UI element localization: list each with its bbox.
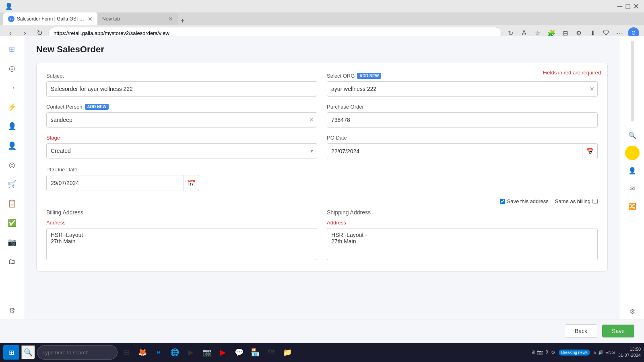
- taskbar-camera[interactable]: 📷: [200, 345, 214, 360]
- sidebar-item-person[interactable]: 👤: [4, 118, 20, 134]
- sidebar-item-orders[interactable]: ◎: [4, 60, 20, 76]
- title-bar: 👤 ─ □ ✕: [0, 0, 644, 12]
- save-button[interactable]: Save: [602, 325, 634, 337]
- page-title: New SalesOrder: [36, 44, 608, 55]
- form-row-4: PO Due Date 📅: [46, 167, 598, 191]
- form-row-3: Stage Created Processing Completed ▾ PO …: [46, 135, 598, 159]
- scrollbar-indicator: [631, 41, 634, 121]
- billing-address-title: Billing Address: [46, 209, 317, 216]
- tab-active-label: Salesorder Form | Galla GST - Inv...: [17, 16, 85, 22]
- save-address-checkbox[interactable]: [500, 199, 505, 204]
- save-address-label[interactable]: Save this address: [500, 198, 549, 204]
- tab-new-close-button[interactable]: ✕: [168, 16, 173, 22]
- same-as-billing-label[interactable]: Same as billing: [555, 198, 598, 204]
- tray-arrow: ∧: [593, 350, 597, 355]
- billing-address-label: Address: [46, 220, 317, 226]
- spacer-group: [327, 167, 598, 191]
- taskbar-file-manager[interactable]: 📁: [280, 345, 295, 360]
- right-mail-icon[interactable]: ✉: [625, 181, 640, 195]
- tab-favicon: G: [8, 16, 14, 22]
- taskbar-internet-explorer[interactable]: 🌐: [167, 345, 182, 360]
- contact-person-input[interactable]: [46, 112, 317, 128]
- sidebar-item-lightning[interactable]: ⚡: [4, 99, 20, 115]
- sidebar-item-settings[interactable]: ⚙: [4, 302, 20, 319]
- right-sync-icon[interactable]: 🔀: [625, 199, 640, 213]
- sidebar-item-check[interactable]: ✅: [4, 215, 20, 231]
- taskbar-system-icons: 🖥 📷 🎙 ⚙: [530, 350, 555, 355]
- contact-person-clear-button[interactable]: ✕: [309, 117, 314, 123]
- app-layout: ⊞ ◎ → ⚡ 👤 👤 ◎ 🛒 📋 ✅ 📷 🗂 ⚙ New SalesOrder…: [0, 36, 644, 323]
- po-due-date-label: PO Due Date: [46, 167, 317, 173]
- taskbar-firefox[interactable]: 🦊: [135, 345, 150, 360]
- close-button[interactable]: ✕: [633, 3, 639, 10]
- po-date-calendar-button[interactable]: 📅: [582, 144, 597, 159]
- contact-person-group: Contact Person ADD NEW ✕: [46, 104, 317, 128]
- maximize-button[interactable]: □: [625, 3, 631, 10]
- sidebar-item-circle[interactable]: ◎: [4, 157, 20, 173]
- new-tab-button[interactable]: +: [178, 17, 187, 25]
- contact-person-input-wrapper: ✕: [46, 112, 317, 128]
- taskbar-search-button[interactable]: 🔍: [21, 345, 35, 360]
- sidebar-item-person2[interactable]: 👤: [4, 138, 20, 154]
- po-date-input-wrapper: 📅: [327, 143, 598, 159]
- sidebar-item-arrow[interactable]: →: [4, 80, 20, 96]
- taskbar-system-tray: ∧ 🔊 ENG: [593, 350, 615, 355]
- subject-input[interactable]: [46, 81, 317, 97]
- select-org-input[interactable]: [327, 81, 598, 97]
- form-card: Fields in red are required Subject Selec…: [36, 63, 608, 272]
- select-org-input-wrapper: ✕: [327, 81, 598, 97]
- po-date-input[interactable]: [327, 144, 582, 159]
- billing-address-textarea[interactable]: HSR -Layout - 27th Main: [46, 228, 317, 260]
- po-due-date-input[interactable]: [47, 175, 184, 191]
- taskbar-skype[interactable]: 💬: [232, 345, 246, 360]
- tab-close-button[interactable]: ✕: [88, 16, 93, 22]
- back-button[interactable]: Back: [565, 324, 597, 338]
- stage-select[interactable]: Created Processing Completed: [46, 143, 317, 158]
- po-due-date-calendar-button[interactable]: 📅: [184, 175, 199, 191]
- fields-required-note: Fields in red are required: [543, 70, 601, 76]
- yellow-circle-indicator: [625, 146, 640, 160]
- sidebar-item-dashboard[interactable]: ⊞: [4, 41, 20, 57]
- minimize-button[interactable]: ─: [617, 3, 623, 10]
- sidebar-item-camera[interactable]: 📷: [4, 234, 20, 250]
- po-due-date-group: PO Due Date 📅: [46, 167, 317, 191]
- same-as-billing-checkbox[interactable]: [592, 199, 598, 204]
- right-search-icon[interactable]: 🔍: [625, 128, 640, 142]
- taskbar-maps[interactable]: 🗺: [264, 345, 279, 360]
- start-button[interactable]: ⊞: [3, 345, 19, 360]
- contact-person-label: Contact Person ADD NEW: [46, 104, 317, 110]
- window-controls[interactable]: ─ □ ✕: [617, 3, 639, 10]
- taskbar-camera-icon: 📷: [537, 350, 543, 355]
- taskbar-search-input[interactable]: [37, 345, 118, 360]
- right-profile-icon[interactable]: 👤: [625, 163, 640, 178]
- title-bar-left: 👤: [5, 2, 13, 10]
- shipping-address-label: Address: [327, 220, 598, 226]
- news-section: Breaking news: [559, 350, 590, 356]
- tray-battery: ENG: [605, 350, 615, 355]
- news-badge: Breaking news: [559, 350, 590, 356]
- taskbar-screen-icon: 🖥: [530, 350, 535, 355]
- taskbar-media[interactable]: ▶: [184, 345, 198, 360]
- purchase-order-label: Purchase Order: [327, 104, 598, 110]
- purchase-order-input[interactable]: [327, 112, 598, 128]
- taskbar-edge[interactable]: e: [151, 345, 166, 360]
- contact-add-new-badge[interactable]: ADD NEW: [85, 104, 109, 110]
- billing-address-col: Billing Address Address HSR -Layout - 27…: [46, 209, 317, 261]
- sidebar-item-clipboard[interactable]: 📋: [4, 195, 20, 212]
- sidebar-item-files[interactable]: 🗂: [4, 253, 20, 269]
- taskbar-windows-store[interactable]: 🏪: [248, 345, 262, 360]
- shipping-address-textarea[interactable]: HSR -Layout - 27th Main: [327, 228, 598, 260]
- tab-active[interactable]: G Salesorder Form | Galla GST - Inv... ✕: [3, 12, 97, 25]
- action-bar: Back Save: [0, 319, 644, 343]
- taskbar-youtube[interactable]: ▶: [216, 345, 230, 360]
- taskbar-task-view[interactable]: ⊟: [119, 345, 134, 360]
- taskbar-microphone-icon: 🎙: [545, 350, 549, 355]
- select-org-clear-button[interactable]: ✕: [590, 86, 594, 92]
- right-settings-bottom-icon[interactable]: ⚙: [625, 304, 640, 319]
- tab-new[interactable]: New tab ✕: [97, 12, 178, 25]
- stage-label: Stage: [46, 135, 317, 141]
- address-columns: Billing Address Address HSR -Layout - 27…: [46, 209, 598, 261]
- select-org-group: Select ORG ADD NEW ✕: [327, 73, 598, 97]
- sidebar-item-cart[interactable]: 🛒: [4, 176, 20, 192]
- org-add-new-badge[interactable]: ADD NEW: [357, 73, 381, 79]
